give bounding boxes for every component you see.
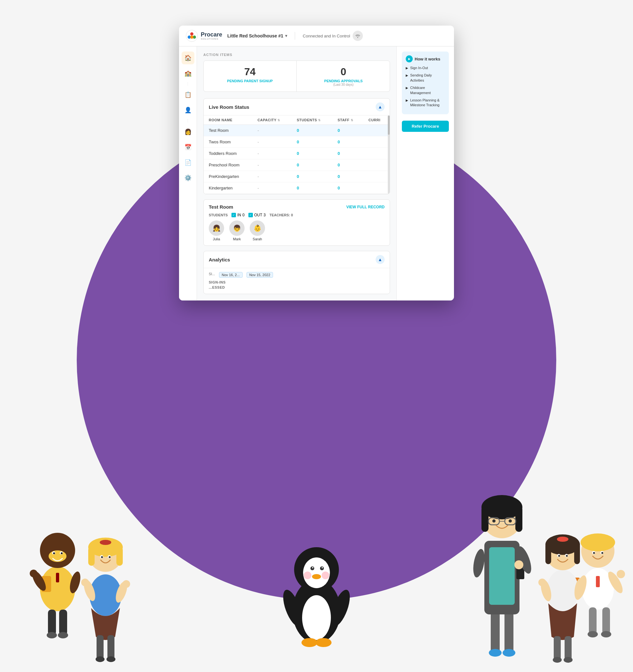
collapse-analytics-button[interactable]: ▲ <box>376 255 385 264</box>
table-row[interactable]: Preschool Room - 0 0 <box>204 159 390 171</box>
svg-point-75 <box>573 577 586 601</box>
svg-point-89 <box>606 570 625 595</box>
sidebar-item-school[interactable]: 🏫 <box>182 67 194 80</box>
how-it-works-item[interactable]: ▶ Childcare Management <box>406 86 445 95</box>
staff-link[interactable]: 0 <box>337 163 340 167</box>
svg-point-68 <box>566 555 568 557</box>
sidebar-item-users[interactable]: 👤 <box>182 104 194 117</box>
how-it-works-item[interactable]: ▶ Sending Daily Activities <box>406 73 445 83</box>
refer-procare-button[interactable]: Refer Procare <box>402 121 449 132</box>
curri-cell <box>363 148 390 159</box>
how-item-arrow: ▶ <box>406 66 408 70</box>
popup-students-row: STUDENTS ✓ IN 0 ✓ OUT 3 TEACHERS: 0 <box>209 213 385 217</box>
room-table-head: ROOM NAME CAPACITY ⇅ STUDENTS ⇅ STAFF ⇅ … <box>204 116 390 125</box>
col-curri: CURRI <box>363 116 390 125</box>
avatar-item: 👶 Sarah <box>250 220 265 241</box>
svg-point-23 <box>88 537 123 557</box>
sidebar-item-docs[interactable]: 📄 <box>182 156 194 169</box>
students-link[interactable]: 0 <box>297 151 299 156</box>
how-it-works-item[interactable]: ▶ Lesson Planning & Milestone Tracking <box>406 98 445 108</box>
students-label: STUDENTS <box>209 213 228 217</box>
wifi-icon <box>353 31 363 41</box>
staff-link[interactable]: 0 <box>337 186 340 190</box>
svg-point-91 <box>574 574 589 600</box>
staff-link[interactable]: 0 <box>337 128 340 133</box>
curri-cell <box>363 136 390 148</box>
sidebar-item-reports[interactable]: 📋 <box>182 88 194 101</box>
svg-point-42 <box>503 649 515 657</box>
app-window: Procare SOLUTIONS Little Red Schoolhouse… <box>179 26 454 301</box>
table-row[interactable]: Twos Room - 0 0 <box>204 136 390 148</box>
room-name-cell: Kindergarten <box>204 183 252 194</box>
table-row[interactable]: Test Room - 0 0 <box>204 125 390 136</box>
action-items-label: ACTION ITEMS <box>203 53 390 57</box>
svg-rect-43 <box>484 541 520 615</box>
svg-rect-63 <box>574 543 580 564</box>
sidebar-item-settings[interactable]: ⚙️ <box>182 171 194 184</box>
students-link[interactable]: 0 <box>297 186 299 190</box>
view-full-record-link[interactable]: VIEW FULL RECORD <box>346 205 385 209</box>
svg-point-65 <box>557 554 560 557</box>
staff-link[interactable]: 0 <box>337 174 340 179</box>
students-cell: 0 <box>292 148 332 159</box>
svg-point-79 <box>581 534 614 568</box>
room-table-container[interactable]: ROOM NAME CAPACITY ⇅ STUDENTS ⇅ STAFF ⇅ … <box>204 116 390 194</box>
sidebar-item-home[interactable]: 🏠 <box>182 51 194 64</box>
kid-girl-dark <box>531 493 594 672</box>
svg-point-28 <box>101 556 103 558</box>
sidebar-item-export[interactable]: 📅 <box>182 141 194 153</box>
table-row[interactable]: Toddlers Room - 0 0 <box>204 148 390 159</box>
room-table: ROOM NAME CAPACITY ⇅ STUDENTS ⇅ STAFF ⇅ … <box>204 116 390 194</box>
capacity-cell: - <box>252 148 292 159</box>
play-button-icon[interactable]: ▶ <box>406 55 413 63</box>
app-body: 🏠 🏫 ··· 📋 👤 ··· 👩 📅 📄 ⚙️ ACTION ITEMS 74… <box>179 46 454 301</box>
svg-point-20 <box>68 571 82 595</box>
collapse-live-room-button[interactable]: ▲ <box>376 102 385 111</box>
svg-point-35 <box>81 578 98 602</box>
kid-boy-blonde-right <box>566 489 633 672</box>
col-capacity: CAPACITY ⇅ <box>252 116 292 125</box>
table-scrollbar-thumb <box>388 116 390 135</box>
staff-cell: 0 <box>332 125 363 136</box>
approvals-sub: (Last 30 days) <box>302 83 385 87</box>
out-count: 3 <box>263 213 266 217</box>
in-badge: ✓ IN 0 <box>231 213 245 217</box>
students-link[interactable]: 0 <box>297 128 299 133</box>
svg-rect-25 <box>117 547 123 566</box>
sidebar-item-calendar[interactable]: 👩 <box>182 125 194 138</box>
out-checkbox: ✓ <box>248 213 253 217</box>
pending-signup-link[interactable]: PENDING PARENT SIGNUP <box>209 79 291 83</box>
staff-link[interactable]: 0 <box>337 140 340 144</box>
table-row[interactable]: PreKindergarten - 0 0 <box>204 171 390 183</box>
staff-link[interactable]: 0 <box>337 151 340 156</box>
svg-point-93 <box>302 595 331 640</box>
approvals-link[interactable]: PENDING APPROVALS <box>302 79 385 83</box>
svg-rect-44 <box>489 547 515 605</box>
svg-rect-32 <box>107 635 115 659</box>
analytics-label-essed: ...ESSED <box>209 285 385 289</box>
live-room-header: Live Room Status ▲ <box>204 99 390 116</box>
how-item-arrow: ▶ <box>406 99 408 102</box>
table-row[interactable]: Kindergarten - 0 0 <box>204 183 390 194</box>
school-selector[interactable]: Little Red Schoolhouse #1 ▾ <box>227 33 287 39</box>
students-link[interactable]: 0 <box>297 163 299 167</box>
table-scrollbar[interactable] <box>388 116 390 194</box>
svg-rect-76 <box>604 573 614 590</box>
popup-room-name: Test Room <box>209 204 233 210</box>
how-it-works-item[interactable]: ▶ Sign In-Out <box>406 66 445 70</box>
pending-approvals-card[interactable]: 0 PENDING APPROVALS (Last 30 days) <box>297 61 390 92</box>
school-name: Little Red Schoolhouse #1 <box>227 33 283 39</box>
pending-signup-card[interactable]: 74 PENDING PARENT SIGNUP <box>204 61 297 92</box>
svg-point-81 <box>592 551 595 554</box>
how-item-arrow: ▶ <box>406 86 408 90</box>
students-link[interactable]: 0 <box>297 174 299 179</box>
students-link[interactable]: 0 <box>297 140 299 144</box>
svg-point-88 <box>601 631 611 638</box>
staff-sort-arrows: ⇅ <box>351 119 354 122</box>
svg-point-33 <box>96 656 104 662</box>
in-checkbox: ✓ <box>231 213 236 217</box>
svg-rect-12 <box>42 576 51 592</box>
svg-rect-50 <box>505 518 516 525</box>
room-name-cell: PreKindergarten <box>204 171 252 183</box>
teachers-count: 0 <box>291 213 293 217</box>
